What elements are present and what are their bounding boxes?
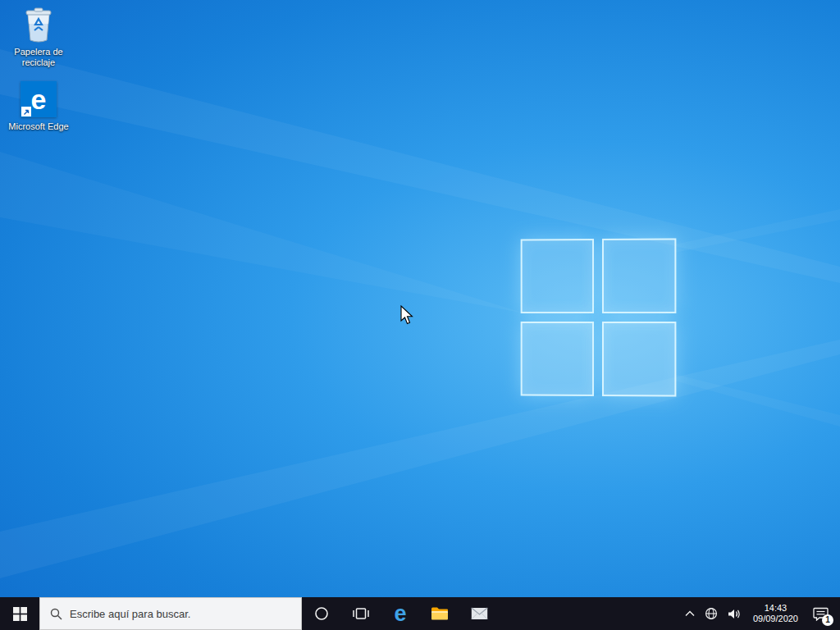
windows-logo-pane bbox=[602, 322, 676, 397]
desktop-icon-recycle-bin[interactable]: Papelera de reciclaje bbox=[7, 5, 71, 68]
shortcut-arrow-icon bbox=[21, 107, 31, 116]
desktop-icon-microsoft-edge[interactable]: e Microsoft Edge bbox=[7, 80, 71, 132]
edge-taskbar-icon: e bbox=[394, 603, 406, 625]
mail-button[interactable] bbox=[459, 597, 499, 630]
windows-start-icon bbox=[13, 607, 27, 621]
tray-expand-button[interactable] bbox=[680, 597, 700, 630]
cortana-button[interactable] bbox=[302, 597, 341, 630]
wallpaper-light-rays bbox=[0, 0, 840, 597]
volume-button[interactable] bbox=[723, 597, 746, 630]
desktop[interactable]: Papelera de reciclaje e Microsoft Edge bbox=[0, 0, 840, 597]
edge-taskbar-button[interactable]: e bbox=[381, 597, 420, 630]
desktop-icon-label: Microsoft Edge bbox=[7, 121, 71, 132]
start-button[interactable] bbox=[0, 597, 39, 630]
search-placeholder: Escribe aquí para buscar. bbox=[70, 608, 190, 620]
network-button[interactable] bbox=[700, 597, 723, 630]
windows-logo-pane bbox=[521, 322, 594, 396]
taskbar-clock[interactable]: 14:43 09/09/2020 bbox=[746, 597, 805, 630]
chevron-up-icon bbox=[685, 610, 695, 617]
network-globe-icon bbox=[705, 607, 718, 620]
taskbar: Escribe aquí para buscar. e bbox=[0, 597, 840, 630]
taskbar-search-input[interactable]: Escribe aquí para buscar. bbox=[39, 597, 302, 630]
file-explorer-button[interactable] bbox=[420, 597, 459, 630]
task-view-button[interactable] bbox=[341, 597, 381, 630]
windows-logo bbox=[521, 238, 677, 396]
clock-date: 09/09/2020 bbox=[753, 614, 798, 624]
action-center-button[interactable]: 1 bbox=[805, 597, 837, 630]
mail-icon bbox=[471, 607, 488, 620]
task-view-icon bbox=[353, 606, 369, 621]
windows-logo-pane bbox=[521, 239, 594, 313]
file-explorer-icon bbox=[431, 606, 449, 621]
desktop-icon-label: Papelera de reciclaje bbox=[7, 47, 71, 68]
cortana-icon bbox=[314, 606, 329, 621]
notification-badge: 1 bbox=[822, 614, 833, 626]
taskbar-spacer bbox=[499, 597, 680, 630]
desktop-icon-column: Papelera de reciclaje e Microsoft Edge bbox=[7, 5, 71, 144]
windows-logo-pane bbox=[602, 238, 676, 313]
clock-time: 14:43 bbox=[753, 603, 798, 614]
recycle-bin-icon bbox=[21, 6, 56, 43]
cursor-icon bbox=[399, 305, 416, 326]
edge-icon: e bbox=[21, 81, 57, 117]
search-icon bbox=[50, 608, 62, 620]
speaker-icon bbox=[728, 608, 742, 620]
system-tray: 14:43 09/09/2020 1 bbox=[680, 597, 840, 630]
edge-letter: e bbox=[31, 85, 47, 113]
